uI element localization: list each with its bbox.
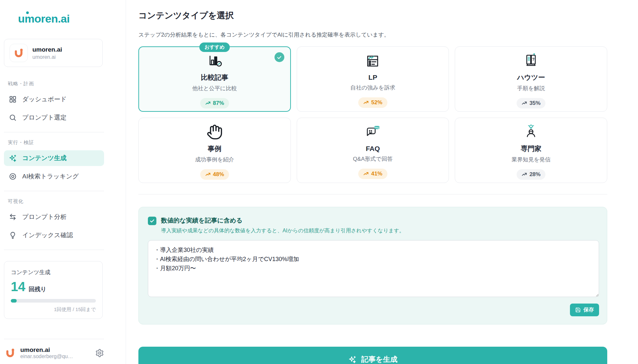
- card-subtitle: 手順を解説: [517, 85, 545, 92]
- nav-strategy: ダッシュボード プロンプト選定: [4, 91, 126, 125]
- card-subtitle: 業界知見を発信: [511, 156, 550, 163]
- sidebar-item-label: インデックス確認: [22, 231, 73, 240]
- user-email: einar.soderberg@queu…: [20, 354, 76, 359]
- sidebar-item-label: コンテンツ生成: [22, 154, 66, 162]
- trend-up-icon: [522, 100, 527, 106]
- sparkles-icon: [348, 355, 357, 364]
- card-title: 事例: [208, 144, 222, 153]
- card-title: 専門家: [521, 144, 541, 153]
- checkbox-label[interactable]: 数値的な実績を記事に含める: [161, 216, 404, 225]
- card-subtitle: 他社と公平に比較: [192, 85, 237, 92]
- content-type-card-howto[interactable]: ? ハウツー 手順を解説 35%: [455, 46, 607, 112]
- workspace-name: umoren.ai: [32, 46, 62, 53]
- content-type-card-faq[interactable]: FAQ FAQ Q&A形式で回答 41%: [297, 118, 449, 183]
- content-type-card-expert[interactable]: 専門家 業界知見を発信 28%: [455, 118, 607, 183]
- app-root: umoren.ai umoren.ai umoren.ai 戦略・計画 ダッシュ: [0, 0, 638, 364]
- section-label-strategy: 戦略・計画: [8, 81, 126, 87]
- sidebar-item-prompt-analysis[interactable]: プロンプト分析: [4, 209, 104, 225]
- generate-article-button[interactable]: 記事を生成: [138, 347, 607, 364]
- card-title: 比較記事: [201, 73, 228, 82]
- usage-remaining-count: 14: [11, 280, 26, 293]
- save-button-label: 保存: [583, 306, 594, 313]
- sidebar-divider: [4, 191, 104, 191]
- content-type-card-comparison[interactable]: おすすめ 比較記事 他社と公平に比較: [138, 46, 291, 112]
- workspace-logo-icon: [9, 44, 28, 62]
- citation-probability-badge: 28%: [517, 169, 545, 180]
- content-type-card-case-study[interactable]: 事例 成功事例を紹介 48%: [138, 118, 291, 183]
- svg-text:?: ?: [532, 57, 535, 62]
- svg-text:FAQ: FAQ: [375, 126, 379, 129]
- swap-arrows-icon: [9, 213, 17, 221]
- card-title: ハウツー: [517, 73, 545, 82]
- usage-note: 1回使用 / 15回まで: [11, 306, 96, 313]
- content-type-grid: おすすめ 比較記事 他社と公平に比較: [138, 46, 607, 183]
- nav-execution: コンテンツ生成 AI検索トラッキング: [4, 150, 126, 184]
- numeric-results-panel: 数値的な実績を記事に含める 導入実績や成果などの具体的な数値を入力すると、AIか…: [138, 207, 607, 324]
- sidebar-item-label: ダッシュボード: [22, 95, 67, 104]
- workspace-card[interactable]: umoren.ai umoren.ai: [4, 39, 103, 67]
- section-divider: [138, 194, 607, 194]
- sidebar-divider: [4, 250, 104, 250]
- recommended-badge: おすすめ: [199, 42, 230, 52]
- citation-probability-badge: 52%: [358, 97, 387, 108]
- dashboard-icon: [9, 95, 17, 104]
- card-subtitle: Q&A形式で回答: [353, 155, 393, 163]
- search-icon: [9, 113, 17, 122]
- sidebar-item-label: プロンプト選定: [22, 113, 66, 122]
- trend-up-icon: [205, 100, 211, 106]
- citation-probability-badge: 48%: [200, 169, 229, 180]
- nav-visualization: プロンプト分析 インデックス確認: [4, 209, 126, 243]
- usage-progress-fill: [11, 299, 17, 303]
- trend-up-icon: [522, 172, 527, 177]
- comparison-chart-icon: [206, 50, 223, 69]
- card-subtitle: 自社の強みを訴求: [350, 84, 395, 91]
- lightbulb-icon: [9, 231, 17, 240]
- usage-quota-card: コンテンツ生成 14 回残り 1回使用 / 15回まで: [4, 261, 103, 319]
- user-name: umoren.ai: [20, 346, 91, 354]
- citation-probability-badge: 87%: [200, 98, 229, 108]
- user-profile-row[interactable]: umoren.ai einar.soderberg@queu…: [4, 346, 104, 359]
- expert-person-icon: [523, 121, 540, 140]
- sidebar-item-label: プロンプト分析: [22, 213, 66, 221]
- sidebar-footer: umoren.ai einar.soderberg@queu…: [4, 339, 126, 359]
- sidebar-item-dashboard[interactable]: ダッシュボード: [4, 91, 104, 107]
- settings-button[interactable]: [95, 349, 104, 357]
- checkbox-description: 導入実績や成果などの具体的な数値を入力すると、AIからの信頼度が高まり引用されや…: [161, 227, 404, 234]
- howto-book-icon: ?: [523, 50, 540, 69]
- section-label-visualization: 可視化: [8, 198, 126, 205]
- card-title: FAQ: [366, 145, 380, 153]
- trend-up-icon: [205, 172, 211, 177]
- generate-button-label: 記事を生成: [361, 355, 398, 364]
- sidebar-divider: [4, 339, 104, 339]
- citation-probability-badge: 35%: [517, 98, 545, 108]
- sidebar-item-ai-search-tracking[interactable]: AI検索トラッキング: [4, 169, 104, 184]
- content-type-card-lp[interactable]: LP 自社の強みを訴求 52%: [297, 46, 449, 112]
- usage-title: コンテンツ生成: [11, 269, 96, 276]
- check-icon: [150, 218, 155, 223]
- page-subtitle: ステップ2の分析結果をもとに、各コンテンツタイプでAIに引用される推定確率を表示…: [138, 31, 607, 39]
- workspace-subtitle: umoren.ai: [32, 54, 62, 60]
- sparkles-icon: [9, 154, 17, 162]
- sidebar-item-content-generation[interactable]: コンテンツ生成: [4, 150, 104, 166]
- include-numeric-checkbox[interactable]: [148, 217, 156, 225]
- faq-bubble-icon: FAQ: [364, 122, 381, 141]
- sidebar-divider: [4, 132, 104, 132]
- trend-up-icon: [363, 100, 369, 105]
- page-title: コンテンツタイプを選択: [138, 10, 607, 21]
- trend-up-icon: [363, 171, 369, 176]
- card-title: LP: [368, 74, 377, 81]
- gear-icon: [95, 349, 104, 357]
- card-subtitle: 成功事例を紹介: [195, 156, 234, 163]
- sidebar-item-index-check[interactable]: インデックス確認: [4, 227, 104, 243]
- section-label-execution: 実行・検証: [8, 140, 126, 146]
- save-disk-icon: [575, 307, 581, 313]
- save-button[interactable]: 保存: [570, 304, 599, 316]
- sidebar-item-prompt-selection[interactable]: プロンプト選定: [4, 110, 104, 125]
- selected-check-icon: [275, 52, 284, 62]
- main-content: コンテンツタイプを選択 ステップ2の分析結果をもとに、各コンテンツタイプでAIに…: [126, 0, 638, 364]
- sidebar-item-label: AI検索トラッキング: [22, 172, 79, 181]
- brand-logo: umoren.ai: [18, 12, 70, 25]
- usage-progress-bar: [11, 299, 96, 303]
- numeric-results-textarea[interactable]: ・導入企業30社の実績 ・AI検索経由の問い合わせが平均2ヶ月でCV130%増加…: [148, 240, 599, 297]
- eye-icon: [9, 172, 17, 181]
